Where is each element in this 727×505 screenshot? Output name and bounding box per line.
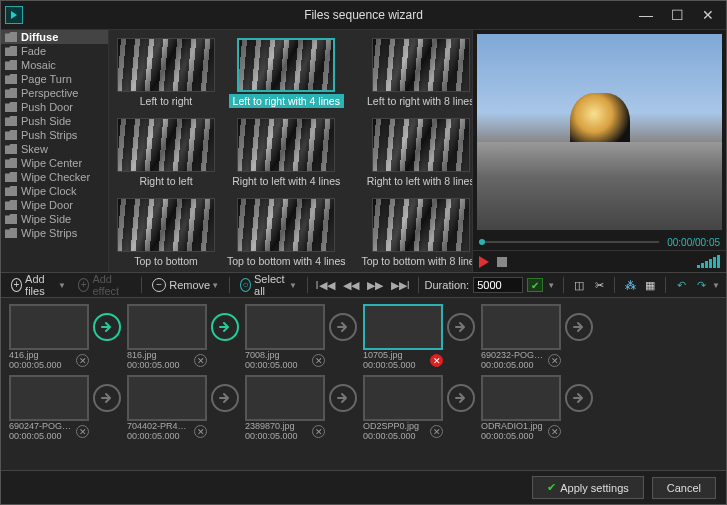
folder-icon	[5, 32, 17, 42]
folder-icon	[5, 46, 17, 56]
sidebar-item-wipe-side[interactable]: Wipe Side	[1, 212, 108, 226]
apply-settings-button[interactable]: ✔Apply settings	[532, 476, 643, 499]
transition-arrow[interactable]	[211, 384, 239, 412]
clip-duration: 00:00:05.000	[363, 432, 419, 442]
transition-grid: Left to rightLeft to right with 4 linesL…	[109, 30, 472, 272]
transition-label: Top to bottom	[130, 254, 202, 268]
transition-thumb	[237, 38, 335, 92]
clip-duration: 00:00:05.000	[127, 432, 191, 442]
last-button[interactable]: ▶▶I	[389, 279, 412, 292]
sidebar-item-mosaic[interactable]: Mosaic	[1, 58, 108, 72]
stop-button[interactable]	[497, 257, 507, 267]
transition-right-to-left-with-4-lines[interactable]: Right to left with 4 lines	[221, 116, 351, 190]
transition-right-to-left[interactable]: Right to left	[115, 116, 217, 190]
rotate-left-icon[interactable]: ↶	[674, 278, 688, 292]
play-button[interactable]	[479, 256, 491, 268]
clip-remove-button[interactable]: ✕	[76, 425, 89, 438]
sidebar-item-skew[interactable]: Skew	[1, 142, 108, 156]
sidebar-item-wipe-checker[interactable]: Wipe Checker	[1, 170, 108, 184]
transition-arrow[interactable]	[329, 384, 357, 412]
transition-arrow[interactable]	[329, 313, 357, 341]
sidebar-item-push-side[interactable]: Push Side	[1, 114, 108, 128]
clip-remove-button[interactable]: ✕	[430, 425, 443, 438]
clip-remove-button[interactable]: ✕	[76, 354, 89, 367]
sidebar-item-fade[interactable]: Fade	[1, 44, 108, 58]
rotate-right-icon[interactable]: ↷	[694, 278, 708, 292]
close-button[interactable]: ✕	[702, 7, 714, 23]
folder-icon	[5, 144, 17, 154]
transition-label: Left to right with 8 lines	[363, 94, 472, 108]
clip-remove-button[interactable]: ✕	[312, 425, 325, 438]
clip-remove-button[interactable]: ✕	[548, 425, 561, 438]
transition-left-to-right[interactable]: Left to right	[115, 36, 217, 110]
clip-item[interactable]: 690232-POGB7H-562.jpg00:00:05.000✕	[481, 304, 561, 371]
preview-panel: 00:00/00:05	[472, 30, 726, 272]
sidebar-item-push-strips[interactable]: Push Strips	[1, 128, 108, 142]
clip-item[interactable]: 10705.jpg00:00:05.000✕	[363, 304, 443, 371]
transition-thumb	[117, 38, 215, 92]
transition-left-to-right-with-4-lines[interactable]: Left to right with 4 lines	[221, 36, 351, 110]
clip-remove-button[interactable]: ✕	[548, 354, 561, 367]
cancel-button[interactable]: Cancel	[652, 477, 716, 499]
transition-left-to-right-with-8-lines[interactable]: Left to right with 8 lines	[355, 36, 472, 110]
clip-remove-button[interactable]: ✕	[430, 354, 443, 367]
sidebar-item-push-door[interactable]: Push Door	[1, 100, 108, 114]
transition-arrow[interactable]	[93, 313, 121, 341]
select-all-button[interactable]: ○Select all▼	[236, 271, 301, 299]
clip-duration: 00:00:05.000	[9, 432, 73, 442]
clip-item[interactable]: 416.jpg00:00:05.000✕	[9, 304, 89, 371]
remove-button[interactable]: −Remove▼	[148, 276, 223, 294]
sidebar-item-diffuse[interactable]: Diffuse	[1, 30, 108, 44]
clip-item[interactable]: ODRADIO1.jpg00:00:05.000✕	[481, 375, 561, 442]
transition-top-to-bottom-with-8-lines[interactable]: Top to bottom with 8 lines	[355, 196, 472, 270]
folder-icon	[5, 88, 17, 98]
add-files-button[interactable]: +Add files▼	[7, 271, 70, 299]
sidebar-item-perspective[interactable]: Perspective	[1, 86, 108, 100]
transition-top-to-bottom[interactable]: Top to bottom	[115, 196, 217, 270]
duration-input[interactable]	[473, 277, 523, 293]
clip-item[interactable]: OD2SPP0.jpg00:00:05.000✕	[363, 375, 443, 442]
transition-arrow[interactable]	[565, 313, 593, 341]
color-icon[interactable]: ⁂	[623, 278, 637, 292]
sidebar-item-wipe-strips[interactable]: Wipe Strips	[1, 226, 108, 240]
clip-item[interactable]: 816.jpg00:00:05.000✕	[127, 304, 207, 371]
sidebar-item-wipe-center[interactable]: Wipe Center	[1, 156, 108, 170]
clip-remove-button[interactable]: ✕	[194, 354, 207, 367]
transition-category-list: DiffuseFadeMosaicPage TurnPerspectivePus…	[1, 30, 109, 272]
transition-arrow[interactable]	[211, 313, 239, 341]
transition-arrow[interactable]	[447, 384, 475, 412]
preview-seekbar[interactable]	[479, 241, 659, 243]
first-button[interactable]: I◀◀	[314, 279, 337, 292]
transition-right-to-left-with-8-lines[interactable]: Right to left with 8 lines	[355, 116, 472, 190]
confirm-duration-button[interactable]: ✔	[527, 278, 543, 292]
transition-arrow[interactable]	[447, 313, 475, 341]
maximize-button[interactable]: ☐	[671, 7, 684, 23]
clip-remove-button[interactable]: ✕	[194, 425, 207, 438]
add-effect-button[interactable]: +Add effect	[74, 271, 135, 299]
transition-label: Right to left with 4 lines	[228, 174, 344, 188]
clip-filename: 2389870.jpg	[245, 422, 298, 432]
prev-button[interactable]: ◀◀	[341, 279, 361, 292]
clip-toolbar: +Add files▼ +Add effect −Remove▼ ○Select…	[1, 272, 726, 298]
sidebar-item-page-turn[interactable]: Page Turn	[1, 72, 108, 86]
clip-item[interactable]: 704402-PR419R-766.jpg00:00:05.000✕	[127, 375, 207, 442]
clip-thumb	[9, 375, 89, 421]
next-button[interactable]: ▶▶	[365, 279, 385, 292]
transition-arrow[interactable]	[93, 384, 121, 412]
settings-icon[interactable]: ▦	[643, 278, 657, 292]
clip-item[interactable]: 690247-POGB7H-562.jpg00:00:05.000✕	[9, 375, 89, 442]
transition-top-to-bottom-with-4-lines[interactable]: Top to bottom with 4 lines	[221, 196, 351, 270]
sidebar-item-wipe-door[interactable]: Wipe Door	[1, 198, 108, 212]
volume-indicator[interactable]	[697, 255, 720, 268]
clip-item[interactable]: 7008.jpg00:00:05.000✕	[245, 304, 325, 371]
transition-arrow[interactable]	[565, 384, 593, 412]
preview-video[interactable]	[477, 34, 722, 230]
transition-label: Left to right	[136, 94, 197, 108]
crop-icon[interactable]: ◫	[572, 278, 586, 292]
minimize-button[interactable]: —	[639, 7, 653, 23]
duration-label: Duration:	[425, 279, 470, 291]
cut-icon[interactable]: ✂	[592, 278, 606, 292]
clip-item[interactable]: 2389870.jpg00:00:05.000✕	[245, 375, 325, 442]
sidebar-item-wipe-clock[interactable]: Wipe Clock	[1, 184, 108, 198]
clip-remove-button[interactable]: ✕	[312, 354, 325, 367]
